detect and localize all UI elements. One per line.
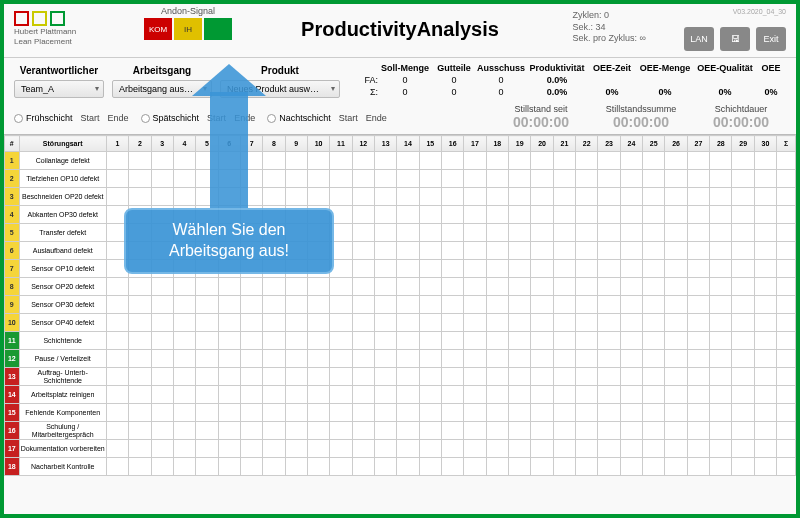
grid-cell[interactable] <box>553 278 575 296</box>
grid-cell[interactable] <box>129 188 151 206</box>
grid-cell[interactable] <box>374 188 396 206</box>
grid-cell[interactable] <box>263 332 285 350</box>
grid-cell[interactable] <box>129 368 151 386</box>
grid-cell[interactable] <box>173 224 195 242</box>
grid-cell[interactable] <box>196 188 218 206</box>
grid-cell[interactable] <box>732 206 754 224</box>
grid-cell[interactable] <box>106 422 128 440</box>
grid-cell[interactable] <box>754 440 776 458</box>
grid-cell[interactable] <box>665 458 687 476</box>
grid-cell[interactable] <box>151 440 173 458</box>
grid-cell[interactable] <box>464 296 486 314</box>
grid-cell[interactable] <box>754 350 776 368</box>
grid-cell[interactable] <box>643 422 665 440</box>
grid-cell[interactable] <box>240 170 262 188</box>
grid-cell[interactable] <box>397 206 419 224</box>
grid-cell[interactable] <box>732 152 754 170</box>
grid-cell[interactable] <box>397 332 419 350</box>
grid-cell[interactable] <box>352 458 374 476</box>
grid-cell[interactable] <box>486 458 508 476</box>
grid-cell[interactable] <box>531 242 553 260</box>
grid-cell[interactable] <box>442 368 464 386</box>
grid-cell[interactable] <box>173 332 195 350</box>
grid-cell[interactable] <box>710 296 732 314</box>
grid-cell[interactable] <box>732 224 754 242</box>
grid-cell[interactable] <box>129 224 151 242</box>
grid-cell[interactable] <box>129 404 151 422</box>
grid-cell[interactable] <box>643 350 665 368</box>
grid-cell[interactable] <box>240 422 262 440</box>
grid-cell[interactable] <box>531 368 553 386</box>
grid-cell[interactable] <box>576 242 598 260</box>
grid-cell[interactable] <box>263 278 285 296</box>
grid-cell[interactable] <box>509 350 531 368</box>
grid-cell[interactable] <box>196 278 218 296</box>
grid-cell[interactable] <box>754 332 776 350</box>
grid-cell[interactable] <box>129 350 151 368</box>
grid-cell[interactable] <box>464 440 486 458</box>
grid-cell[interactable] <box>553 314 575 332</box>
grid-cell[interactable] <box>263 260 285 278</box>
grid-cell[interactable] <box>531 206 553 224</box>
grid-cell[interactable] <box>442 314 464 332</box>
grid-cell[interactable] <box>307 386 329 404</box>
grid-cell[interactable] <box>397 386 419 404</box>
grid-cell[interactable] <box>151 170 173 188</box>
grid-cell[interactable] <box>442 350 464 368</box>
grid-cell[interactable] <box>620 404 642 422</box>
grid-cell[interactable] <box>665 386 687 404</box>
grid-cell[interactable] <box>307 350 329 368</box>
grid-cell[interactable] <box>687 188 709 206</box>
grid-cell[interactable] <box>419 170 441 188</box>
grid-cell[interactable] <box>106 188 128 206</box>
grid-cell[interactable] <box>687 278 709 296</box>
grid-cell[interactable] <box>710 170 732 188</box>
grid-cell[interactable] <box>598 152 620 170</box>
grid-cell[interactable] <box>285 368 307 386</box>
grid-cell[interactable] <box>464 458 486 476</box>
grid-cell[interactable] <box>576 278 598 296</box>
grid-cell[interactable] <box>553 404 575 422</box>
grid-cell[interactable] <box>240 242 262 260</box>
grid-cell[interactable] <box>263 152 285 170</box>
grid-cell[interactable] <box>643 242 665 260</box>
grid-cell[interactable] <box>397 242 419 260</box>
grid-cell[interactable] <box>129 170 151 188</box>
grid-cell[interactable] <box>643 296 665 314</box>
row-idx[interactable]: 1 <box>5 152 20 170</box>
grid-cell[interactable] <box>285 296 307 314</box>
grid-cell[interactable] <box>173 170 195 188</box>
grid-cell[interactable] <box>442 224 464 242</box>
grid-cell[interactable] <box>576 206 598 224</box>
grid-cell[interactable] <box>374 278 396 296</box>
grid-cell[interactable] <box>374 224 396 242</box>
grid-cell[interactable] <box>620 296 642 314</box>
grid-cell[interactable] <box>352 332 374 350</box>
grid-cell[interactable] <box>151 386 173 404</box>
grid-cell[interactable] <box>486 152 508 170</box>
grid-cell[interactable] <box>419 458 441 476</box>
grid-cell[interactable] <box>352 422 374 440</box>
grid-cell[interactable] <box>106 296 128 314</box>
grid-cell[interactable] <box>151 458 173 476</box>
grid-cell[interactable] <box>732 422 754 440</box>
grid-cell[interactable] <box>509 170 531 188</box>
grid-cell[interactable] <box>598 188 620 206</box>
grid-cell[interactable] <box>129 332 151 350</box>
grid-cell[interactable] <box>710 314 732 332</box>
grid-cell[interactable] <box>598 278 620 296</box>
grid-cell[interactable] <box>307 314 329 332</box>
grid-cell[interactable] <box>374 314 396 332</box>
grid-cell[interactable] <box>397 224 419 242</box>
grid-cell[interactable] <box>486 332 508 350</box>
grid-cell[interactable] <box>710 350 732 368</box>
row-idx[interactable]: 3 <box>5 188 20 206</box>
grid-cell[interactable] <box>464 188 486 206</box>
grid-cell[interactable] <box>553 350 575 368</box>
grid-cell[interactable] <box>307 260 329 278</box>
grid-cell[interactable] <box>352 224 374 242</box>
grid-cell[interactable] <box>598 404 620 422</box>
grid-cell[interactable] <box>509 296 531 314</box>
grid-cell[interactable] <box>330 458 352 476</box>
grid-cell[interactable] <box>486 350 508 368</box>
